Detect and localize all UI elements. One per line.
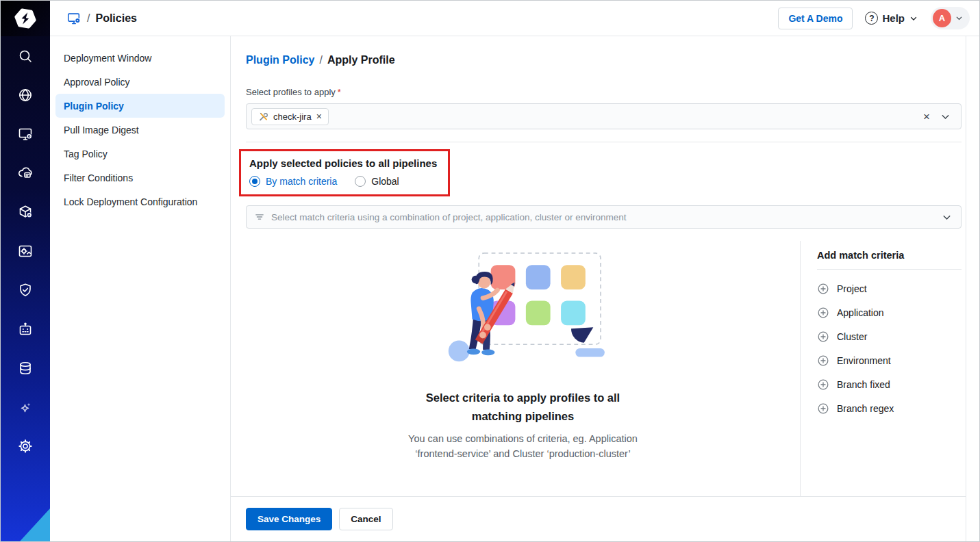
policies-sidenav: Deployment Window Approval Policy Plugin…	[50, 36, 231, 541]
resource-browser-icon[interactable]	[16, 359, 34, 377]
package-icon[interactable]	[16, 203, 34, 221]
profiles-field-label: Select profiles to apply*	[246, 87, 962, 97]
radio-unselected-icon	[355, 176, 366, 187]
plus-circle-icon	[817, 307, 829, 319]
security-shield-icon[interactable]	[16, 281, 34, 299]
help-icon: ?	[865, 12, 878, 25]
criteria-item-application[interactable]: Application	[817, 300, 962, 324]
globe-trend-icon[interactable]	[16, 86, 34, 104]
chip-remove-icon[interactable]: ×	[316, 112, 322, 121]
required-asterisk: *	[338, 87, 341, 97]
save-changes-button[interactable]: Save Changes	[246, 508, 332, 530]
icon-rail	[1, 36, 50, 541]
page-title: Policies	[95, 12, 136, 25]
bot-icon[interactable]	[16, 320, 34, 338]
settings-gear-icon[interactable]	[16, 437, 34, 455]
criteria-item-project[interactable]: Project	[817, 276, 962, 300]
criteria-item-branch-fixed[interactable]: Branch fixed	[817, 372, 962, 396]
sidebar-item-tag-policy[interactable]: Tag Policy	[50, 142, 230, 166]
app-management-icon[interactable]	[16, 125, 34, 143]
select-criteria-illustration	[440, 250, 606, 371]
empty-state-description: You can use combinations of criteria, eg…	[408, 432, 638, 462]
help-menu[interactable]: ? Help	[865, 12, 918, 25]
sidebar-item-deployment-window[interactable]: Deployment Window	[50, 46, 230, 70]
plugin-policy-link[interactable]: Plugin Policy	[246, 54, 314, 66]
logo-cell	[1, 1, 50, 36]
breadcrumb-separator: /	[87, 12, 90, 25]
breadcrumb: / Policies	[66, 11, 137, 26]
tools-icon	[258, 112, 268, 122]
sidebar-item-filter-conditions[interactable]: Filter Conditions	[50, 166, 230, 190]
avatar: A	[933, 9, 951, 27]
chevron-down-icon	[955, 14, 964, 23]
annotation-highlight-box: Apply selected policies to all pipelines…	[239, 149, 450, 196]
sidebar-item-pull-image-digest[interactable]: Pull Image Digest	[50, 118, 230, 142]
empty-state-title: Select criteria to apply profiles to all…	[403, 389, 643, 425]
criteria-item-branch-regex[interactable]: Branch regex	[817, 396, 962, 420]
match-criteria-select[interactable]: Select match criteria using a combinatio…	[246, 205, 962, 229]
search-icon[interactable]	[16, 47, 34, 65]
profile-breadcrumb: Plugin Policy / Apply Profile	[246, 54, 962, 66]
form-footer: Save Changes Cancel	[246, 497, 962, 541]
profile-chip: check-jira ×	[251, 108, 329, 125]
plus-circle-icon	[817, 283, 829, 295]
profile-chip-label: check-jira	[273, 112, 312, 122]
add-match-criteria-panel: Add match criteria Project Application	[800, 241, 962, 496]
apply-profile-title: Apply Profile	[327, 54, 395, 66]
devtron-logo-icon[interactable]	[14, 7, 37, 30]
sidebar-item-lock-deployment-configuration[interactable]: Lock Deployment Configuration	[50, 190, 230, 214]
filter-icon	[254, 211, 265, 222]
plus-circle-icon	[817, 402, 829, 415]
build-deploy-icon[interactable]	[16, 242, 34, 260]
match-criteria-placeholder: Select match criteria using a combinatio…	[271, 212, 627, 222]
criteria-item-cluster[interactable]: Cluster	[817, 324, 962, 348]
chart-store-icon[interactable]	[16, 164, 34, 182]
policies-monitor-icon	[66, 11, 81, 26]
cancel-button[interactable]: Cancel	[339, 508, 392, 530]
chevron-down-icon	[909, 14, 918, 23]
apply-scope-title: Apply selected policies to all pipelines	[249, 157, 437, 169]
clear-selection-icon[interactable]: ×	[923, 111, 930, 122]
top-header: / Policies Get A Demo ? Help A	[50, 1, 979, 36]
criteria-item-environment[interactable]: Environment	[817, 348, 962, 372]
empty-state: Select criteria to apply profiles to all…	[246, 241, 800, 496]
section-divider	[246, 142, 962, 142]
chevron-down-icon[interactable]	[941, 211, 953, 223]
plus-circle-icon	[817, 354, 829, 367]
scrollbar-gutter[interactable]	[966, 36, 979, 541]
plus-circle-icon	[817, 378, 829, 391]
add-match-criteria-title: Add match criteria	[817, 241, 962, 269]
sidebar-item-approval-policy[interactable]: Approval Policy	[50, 70, 230, 94]
radio-by-match-criteria[interactable]: By match criteria	[249, 176, 337, 187]
user-menu[interactable]: A	[931, 7, 970, 29]
apply-scope-radio-group: By match criteria Global	[249, 176, 437, 187]
chevron-down-icon[interactable]	[940, 111, 951, 122]
sidebar-item-plugin-policy[interactable]: Plugin Policy	[55, 94, 225, 118]
main-area: Plugin Policy / Apply Profile Select pro…	[231, 36, 979, 541]
plus-circle-icon	[817, 331, 829, 343]
get-a-demo-button[interactable]: Get A Demo	[778, 8, 853, 29]
radio-global[interactable]: Global	[355, 176, 399, 187]
radio-selected-icon	[249, 176, 260, 187]
profiles-select[interactable]: check-jira × ×	[246, 103, 962, 129]
app-window: / Policies Get A Demo ? Help A	[0, 0, 980, 542]
ai-sparkles-icon[interactable]	[16, 398, 34, 416]
